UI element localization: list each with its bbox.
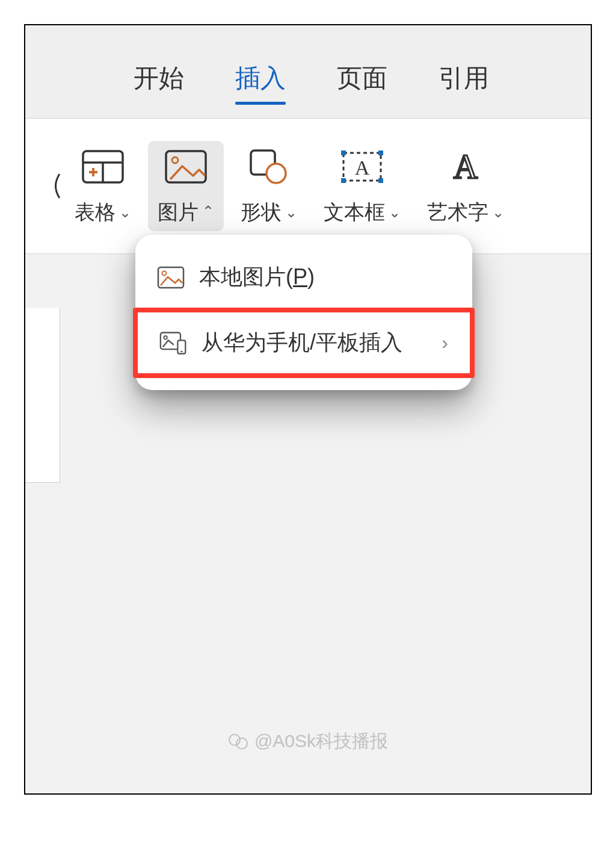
insert-ribbon: 表格⌄ 图片⌃ 形状⌄ (25, 119, 591, 254)
tab-reference[interactable]: 引用 (439, 61, 489, 118)
picture-icon (157, 265, 185, 290)
svg-rect-10 (341, 150, 346, 155)
ribbon-table-label: 表格 (75, 199, 116, 226)
ribbon-wordart[interactable]: A 艺术字⌄ (417, 141, 514, 231)
picture-icon (164, 146, 208, 188)
watermark: @A0Sk科技播报 (25, 729, 591, 754)
wordart-icon: A (444, 146, 487, 188)
svg-rect-13 (378, 178, 383, 183)
picture-dropdown: 本地图片(P) 从华为手机/平板插入 › (135, 235, 472, 390)
chevron-down-icon: ⌄ (492, 204, 504, 221)
app-window: 开始 插入 页面 引用 表格⌄ (24, 24, 592, 795)
ribbon-left-edge (49, 168, 61, 204)
ribbon-shape-label: 形状 (241, 199, 282, 226)
table-icon (81, 146, 125, 188)
ribbon-shape[interactable]: 形状⌄ (231, 141, 307, 231)
ribbon-textbox[interactable]: A 文本框⌄ (314, 141, 410, 231)
chevron-down-icon: ⌄ (389, 204, 401, 221)
page-edge (25, 308, 60, 483)
picture-phone-icon (159, 330, 187, 356)
svg-rect-11 (378, 150, 383, 155)
svg-point-19 (162, 271, 167, 275)
ribbon-textbox-label: 文本框 (324, 199, 385, 226)
ribbon-table[interactable]: 表格⌄ (65, 141, 141, 231)
chevron-right-icon: › (442, 332, 448, 354)
shape-icon (247, 146, 291, 188)
menu-local-picture[interactable]: 本地图片(P) (135, 247, 472, 308)
svg-point-8 (266, 164, 286, 183)
chevron-down-icon: ⌄ (119, 204, 131, 221)
menu-local-picture-label: 本地图片(P) (199, 262, 315, 292)
ribbon-wordart-label: 艺术字 (427, 199, 488, 226)
tabs-bar: 开始 插入 页面 引用 (25, 25, 591, 119)
tab-page[interactable]: 页面 (337, 61, 387, 118)
tab-insert[interactable]: 插入 (235, 61, 286, 118)
menu-huawei-label: 从华为手机/平板插入 (202, 328, 402, 358)
svg-point-6 (172, 157, 178, 163)
svg-text:A: A (454, 148, 478, 185)
svg-rect-12 (341, 178, 346, 183)
chevron-up-icon: ⌃ (202, 203, 214, 220)
menu-insert-from-huawei[interactable]: 从华为手机/平板插入 › (138, 312, 470, 373)
highlight-box: 从华为手机/平板插入 › (133, 308, 475, 378)
chevron-down-icon: ⌄ (285, 204, 297, 221)
svg-point-21 (164, 336, 167, 340)
tab-start[interactable]: 开始 (134, 61, 184, 118)
svg-text:A: A (355, 157, 370, 179)
ribbon-picture[interactable]: 图片⌃ (148, 141, 224, 231)
watermark-text: @A0Sk科技播报 (254, 729, 388, 754)
ribbon-picture-label: 图片 (158, 199, 199, 226)
textbox-icon: A (339, 146, 386, 188)
